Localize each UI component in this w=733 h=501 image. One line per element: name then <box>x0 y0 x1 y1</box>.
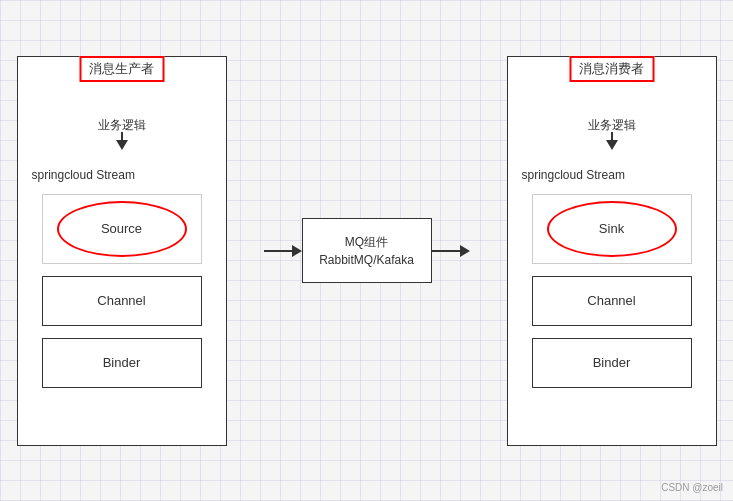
arrow-head-1 <box>292 245 302 257</box>
arrow-line-2 <box>432 250 460 252</box>
producer-binder-label: Binder <box>103 355 141 370</box>
consumer-panel: 消息消费者 业务逻辑 springcloud Stream Sink Chann… <box>507 56 717 446</box>
mq-box: MQ组件 RabbitMQ/Kafaka <box>302 218 432 283</box>
diagram-container: 消息生产者 业务逻辑 springcloud Stream Source Cha… <box>17 21 717 481</box>
producer-stream-label: springcloud Stream <box>32 168 135 182</box>
producer-top: 业务逻辑 <box>98 117 146 152</box>
consumer-top: 业务逻辑 <box>588 117 636 152</box>
arrow-left-to-mq <box>264 245 302 257</box>
consumer-binder-box: Binder <box>532 338 692 388</box>
consumer-arrow-down <box>606 140 618 150</box>
consumer-title: 消息消费者 <box>569 56 654 82</box>
arrow-mq-to-right <box>432 245 470 257</box>
producer-panel: 消息生产者 业务逻辑 springcloud Stream Source Cha… <box>17 56 227 446</box>
producer-arrow-down <box>116 140 128 150</box>
producer-title: 消息生产者 <box>79 56 164 82</box>
arrow-head-2 <box>460 245 470 257</box>
watermark: CSDN @zoeil <box>661 482 723 493</box>
consumer-channel-box: Channel <box>532 276 692 326</box>
sink-container: Sink <box>532 194 692 264</box>
source-label: Source <box>101 221 142 236</box>
producer-binder-box: Binder <box>42 338 202 388</box>
arrows-row: MQ组件 RabbitMQ/Kafaka <box>264 218 470 283</box>
mq-line1: MQ组件 <box>345 233 388 251</box>
producer-channel-label: Channel <box>97 293 145 308</box>
middle-section: MQ组件 RabbitMQ/Kafaka <box>264 218 470 283</box>
sink-label: Sink <box>599 221 624 236</box>
mq-line2: RabbitMQ/Kafaka <box>319 251 414 269</box>
arrow-line-1 <box>264 250 292 252</box>
producer-channel-box: Channel <box>42 276 202 326</box>
consumer-channel-label: Channel <box>587 293 635 308</box>
consumer-stream-label: springcloud Stream <box>522 168 625 182</box>
source-container: Source <box>42 194 202 264</box>
consumer-binder-label: Binder <box>593 355 631 370</box>
